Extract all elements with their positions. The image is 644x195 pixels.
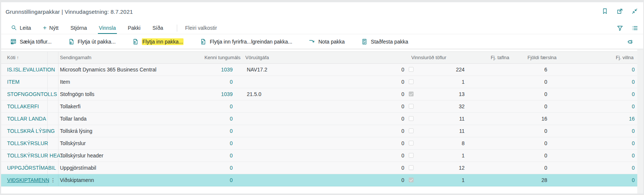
language-id-link[interactable]: 0 (230, 162, 233, 174)
tables-checkbox[interactable] (409, 67, 414, 72)
package-name: Tollskrá lýsing (60, 125, 92, 137)
tables-checkbox[interactable] (409, 79, 414, 84)
table-row[interactable]: IS.ISL.EVALUATION Microsoft Dynamics 365… (1, 64, 637, 76)
column-header-code[interactable]: Kóti↑ (7, 52, 19, 64)
column-header-language-id[interactable]: Kenni tungumáls (204, 52, 240, 63)
table-row[interactable]: UPPGJÖRSTÍMABIL Uppgjörstímabil 0 0 12 0… (1, 162, 637, 174)
package-code-link[interactable]: TOLLSKÝRSLUR (7, 137, 48, 149)
get-tables-button[interactable]: Sækja töflur... (10, 38, 52, 45)
processing-order: 0 (401, 137, 404, 149)
menu-more-options[interactable]: Fleiri valkostir (184, 22, 218, 34)
table-row[interactable]: TOLLSKÝRSLUR HEA... Tollskýrslur header … (1, 150, 637, 162)
column-header-table-count[interactable]: Fj. taflna (491, 52, 509, 63)
table-row[interactable]: STOFNGOGNTOLLS Stofngögn tolls 1039 21.5… (1, 88, 637, 100)
import-package-button[interactable]: Flytja inn pakka... (132, 38, 184, 45)
language-id-link[interactable]: 0 (230, 150, 233, 162)
document-import-icon (200, 38, 207, 45)
menu-search[interactable]: Leita (9, 22, 32, 34)
row-options-icon[interactable]: ⋮ (48, 174, 58, 186)
processing-order: 0 (401, 150, 404, 162)
package-code-link[interactable]: TOLLAKERFI (7, 100, 39, 112)
error-count-link[interactable]: 0 (632, 174, 635, 186)
processing-order: 0 (401, 113, 404, 125)
language-id-link[interactable]: 1039 (221, 88, 233, 100)
language-id-link[interactable]: 0 (230, 174, 233, 186)
package-code-link[interactable]: VIÐSKIPTAMENN (7, 174, 49, 186)
error-count-link[interactable]: 0 (632, 64, 635, 76)
table-row[interactable]: TOLLAKERFI Tollakerfi 0 0 32 0 0 (1, 100, 637, 113)
processing-order: 0 (401, 64, 404, 76)
package-code-link[interactable]: STOFNGOGNTOLLS (7, 88, 57, 100)
tables-checkbox[interactable] (409, 104, 414, 109)
package-name: Stofngögn tolls (60, 88, 95, 100)
language-id-link[interactable]: 1039 (221, 64, 233, 76)
package-code-link[interactable]: TOLLSKÝRSLUR HEA... (7, 150, 65, 162)
error-count-link[interactable]: 0 (632, 100, 635, 112)
package-code-link[interactable]: IS.ISL.EVALUATION (7, 64, 55, 76)
language-id-link[interactable]: 0 (230, 100, 233, 112)
import-predefined-package-button[interactable]: Flytja inn fyrirfra...lgreindan pakka... (200, 38, 292, 45)
tables-checkbox[interactable] (409, 92, 414, 96)
tables-checkbox[interactable] (409, 165, 414, 170)
tables-checkbox[interactable] (409, 153, 414, 158)
validate-package-button[interactable]: Staðfesta pakka (361, 38, 408, 45)
collapse-icon[interactable] (631, 8, 638, 15)
menu-page[interactable]: Síða (151, 22, 164, 34)
pin-icon[interactable] (627, 38, 634, 45)
column-header-product-version[interactable]: Vöruútgáfa (245, 52, 269, 63)
record-count: 0 (544, 150, 547, 162)
language-id-link[interactable]: 0 (230, 125, 233, 137)
language-id-link[interactable]: 0 (230, 113, 233, 125)
export-package-button[interactable]: Flytja út pakka... (68, 38, 116, 45)
tables-checkbox[interactable] (409, 128, 414, 133)
package-code-link[interactable]: UPPGJÖRSTÍMABIL (7, 162, 56, 174)
table-row-selected[interactable]: VIÐSKIPTAMENN ⋮ Viðskiptamenn 0 0 1 28 0 (1, 174, 637, 186)
tables-checkbox[interactable] (409, 178, 414, 182)
list-view-icon[interactable] (631, 25, 638, 32)
error-count-link[interactable]: 0 (632, 162, 635, 174)
document-check-icon (361, 38, 368, 45)
package-name: Tollskýrslur (60, 137, 86, 149)
filter-icon[interactable] (616, 25, 623, 32)
title-bar: Grunnstillingarpakkar | Vinnudagsetning:… (1, 2, 643, 22)
error-count-link[interactable]: 0 (632, 150, 635, 162)
language-id-link[interactable]: 0 (230, 76, 233, 88)
column-header-processing-order[interactable]: Vinnsluröð (411, 52, 434, 63)
error-count-link[interactable]: 0 (632, 137, 635, 149)
error-count-link[interactable]: 0 (632, 88, 635, 100)
page-title: Grunnstillingarpakkar | Vinnudagsetning:… (6, 9, 133, 15)
column-header-name[interactable]: Sendingarnafn (60, 52, 92, 63)
menu-manage[interactable]: Stjórna (69, 22, 88, 34)
open-in-new-window-icon[interactable] (616, 8, 623, 15)
column-header-error-count[interactable]: Fj. villna (616, 52, 634, 63)
table-row[interactable]: TOLLSKÝRSLUR Tollskýrslur 0 0 8 0 0 (1, 137, 637, 150)
column-header-tables[interactable]: töflur (436, 52, 446, 63)
menu-package[interactable]: Pakki (127, 22, 141, 34)
menu-process[interactable]: Vinnsla (98, 22, 117, 34)
table-row[interactable]: ITEM Item 0 0 1 0 0 (1, 76, 637, 88)
package-code-link[interactable]: ITEM (7, 76, 19, 88)
table-row[interactable]: TOLLSKRÁ LÝSING Tollskrá lýsing 0 0 11 0… (1, 125, 637, 137)
error-count-link[interactable]: 0 (632, 125, 635, 137)
package-code-link[interactable]: TOLLSKRÁ LÝSING (7, 125, 55, 137)
language-id-link[interactable]: 0 (230, 137, 233, 149)
tables-checkbox[interactable] (409, 141, 414, 146)
record-count: 0 (544, 100, 547, 112)
error-count-link[interactable]: 0 (632, 76, 635, 88)
menu-divider (177, 25, 177, 32)
apply-package-button[interactable]: Nota pakka (309, 38, 345, 45)
import-package-label: Flytja inn pakka... (142, 38, 184, 45)
menu-new[interactable]: + Nýtt (42, 22, 60, 34)
table-count: 13 (459, 88, 465, 100)
table-count: 1 (462, 76, 465, 88)
validate-package-label: Staðfesta pakka (371, 39, 408, 45)
error-count-link[interactable]: 16 (629, 113, 635, 125)
processing-order: 0 (401, 88, 404, 100)
table-row[interactable]: TOLLAR LANDA Tollar landa 0 0 11 16 16 (1, 113, 637, 125)
package-code-link[interactable]: TOLLAR LANDA (7, 113, 46, 125)
processing-order: 0 (401, 125, 404, 137)
bookmark-icon[interactable] (602, 8, 608, 15)
scrollbar-gutter[interactable] (637, 49, 643, 194)
tables-checkbox[interactable] (409, 116, 414, 121)
column-header-record-count[interactable]: Fjöldi færslna (527, 52, 557, 63)
